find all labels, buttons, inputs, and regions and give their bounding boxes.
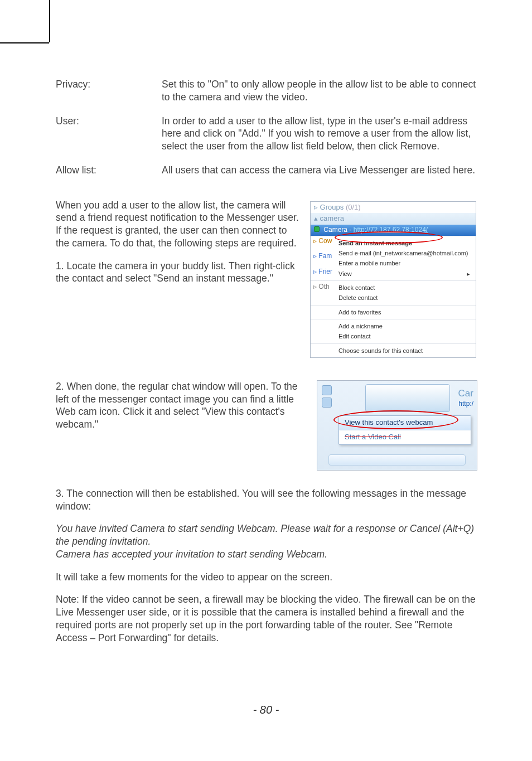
camera-url-link[interactable]: http://72.187.62.78:1024/: [354, 226, 428, 234]
groups-header[interactable]: ▹ Groups (0/1): [311, 202, 476, 214]
step2: 2. When done, the regular chat window wi…: [56, 380, 306, 431]
menu-start-video-call[interactable]: Start a Video Call: [339, 430, 471, 444]
def-desc: Set this to "On" to only allow people in…: [162, 78, 476, 104]
menu-send-im[interactable]: Send an instant message: [311, 238, 476, 248]
camera-group-header[interactable]: ▴ camera: [311, 213, 476, 225]
start-video-label: Start a Video Call: [345, 433, 401, 441]
submenu-arrow-icon: ▸: [467, 270, 470, 278]
def-privacy: Privacy: Set this to "On" to only allow …: [56, 78, 476, 104]
menu-edit-contact[interactable]: Edit contact: [311, 331, 476, 341]
screenshot-context-menu: ▹ Groups (0/1) ▴ camera Camera - http://…: [310, 199, 476, 358]
webcam-dropdown: View this contact's webcam Start a Video…: [338, 415, 471, 445]
menu-view-webcam[interactable]: View this contact's webcam: [339, 416, 471, 430]
step1-block: When you add a user to the allow list, t…: [56, 199, 476, 358]
def-desc: In order to add a user to the allow list…: [162, 115, 476, 153]
camera-contact-row[interactable]: Camera - http://72.187.62.78:1024/: [311, 225, 476, 236]
step2-block: 2. When done, the regular chat window wi…: [56, 380, 476, 471]
groups-label: ▹ Groups: [314, 203, 344, 211]
contact-name-partial: Car: [458, 387, 473, 400]
menu-block[interactable]: Block contact: [311, 283, 476, 293]
para-allowlist-intro: When you add a user to the allow list, t…: [56, 199, 299, 250]
page-number: - 80 -: [0, 704, 532, 716]
menu-delete[interactable]: Delete contact: [311, 293, 476, 303]
crop-mark-v: [49, 0, 50, 42]
chat-window: Car http:/ View this contact's webcam St…: [317, 380, 477, 471]
menu-choose-sounds[interactable]: Choose sounds for this contact: [311, 346, 476, 356]
side-icons: [322, 385, 332, 410]
menu-enter-mobile[interactable]: Enter a mobile number: [311, 258, 476, 268]
webcam-icon[interactable]: [322, 385, 332, 395]
step1: 1. Locate the camera in your buddy list.…: [56, 260, 299, 285]
screenshot-webcam-menu: Car http:/ View this contact's webcam St…: [317, 380, 476, 471]
message-input-bar[interactable]: [328, 454, 466, 466]
document-page: Privacy: Set this to "On" to only allow …: [0, 0, 532, 761]
messenger-buddy-list: ▹ Groups (0/1) ▴ camera Camera - http://…: [310, 201, 476, 358]
display-pic-icon[interactable]: [322, 398, 332, 408]
menu-add-nickname[interactable]: Add a nickname: [311, 321, 476, 331]
context-menu: Send an instant message Send e-mail (int…: [311, 236, 476, 357]
note-firewall: Note: If the video cannot be seen, a fir…: [56, 593, 476, 644]
def-term: Allow list:: [56, 164, 162, 177]
invite-message-1: You have invited Camera to start sending…: [56, 522, 476, 548]
menu-add-favorites[interactable]: Add to favorites: [311, 307, 476, 317]
page-content: Privacy: Set this to "On" to only allow …: [56, 78, 476, 654]
contact-avatar: [365, 384, 450, 412]
contact-url-partial: http:/: [458, 400, 473, 409]
camera-name: Camera: [323, 226, 347, 234]
step1-text: When you add a user to the allow list, t…: [56, 199, 299, 358]
menu-view-label: View: [338, 270, 352, 277]
status-online-icon: [314, 226, 320, 232]
camera-head-label: ▴ camera: [314, 214, 344, 222]
def-allowlist: Allow list: All users that can access th…: [56, 164, 476, 177]
def-term: Privacy:: [56, 78, 162, 104]
groups-count: (0/1): [346, 203, 361, 211]
menu-send-email[interactable]: Send e-mail (int_networkcamera@hotmail.c…: [311, 248, 476, 258]
def-term: User:: [56, 115, 162, 153]
crop-mark-h: [0, 42, 49, 43]
invite-message-2: Camera has accepted your invitation to s…: [56, 548, 476, 561]
def-user: User: In order to add a user to the allo…: [56, 115, 476, 153]
menu-view[interactable]: View ▸: [311, 269, 476, 279]
step3: 3. The connection will then be establish…: [56, 487, 476, 513]
def-desc: All users that can access the camera via…: [162, 164, 476, 177]
para-wait: It will take a few moments for the video…: [56, 571, 476, 584]
step2-text: 2. When done, the regular chat window wi…: [56, 380, 306, 471]
